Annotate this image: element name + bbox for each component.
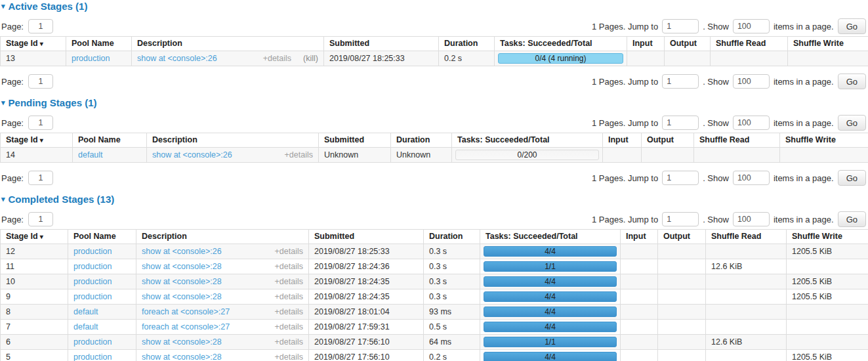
go-button[interactable]: Go bbox=[838, 115, 866, 131]
stage-description-link[interactable]: show at <console>:26 bbox=[142, 247, 222, 257]
col-header-shuffle-write[interactable]: Shuffle Write bbox=[780, 133, 868, 148]
col-header-tasks-succeeded-total[interactable]: Tasks: Succeeded/Total bbox=[452, 133, 603, 148]
col-header-stage-id[interactable]: Stage Id▾ bbox=[1, 230, 68, 244]
stages-table: Stage Id▾Pool NameDescriptionSubmittedDu… bbox=[0, 133, 868, 163]
collapse-caret-icon: ▾ bbox=[1, 3, 5, 10]
col-header-duration[interactable]: Duration bbox=[391, 133, 452, 148]
output-cell bbox=[658, 350, 706, 361]
stage-description-link[interactable]: show at <console>:28 bbox=[142, 262, 222, 272]
show-count-input[interactable] bbox=[733, 116, 770, 130]
go-button[interactable]: Go bbox=[838, 170, 866, 186]
jump-to-input[interactable] bbox=[662, 212, 699, 226]
details-toggle[interactable]: +details bbox=[275, 322, 303, 332]
show-count-input[interactable] bbox=[733, 212, 770, 226]
show-count-input[interactable] bbox=[733, 74, 770, 89]
show-count-input[interactable] bbox=[733, 171, 770, 185]
col-header-duration[interactable]: Duration bbox=[439, 37, 495, 51]
section-title[interactable]: ▾ Active Stages (1) bbox=[1, 1, 868, 11]
col-header-shuffle-read[interactable]: Shuffle Read bbox=[694, 133, 780, 148]
details-toggle[interactable]: +details bbox=[275, 292, 303, 302]
pool-name-link[interactable]: production bbox=[73, 292, 112, 301]
jump-to-input[interactable] bbox=[662, 74, 699, 89]
pool-name-link[interactable]: default bbox=[73, 307, 98, 316]
col-header-description[interactable]: Description bbox=[132, 37, 324, 51]
details-toggle[interactable]: +details bbox=[275, 352, 303, 361]
kill-link[interactable]: (kill) bbox=[303, 54, 318, 64]
page-number-input[interactable] bbox=[28, 171, 53, 185]
stage-description-link[interactable]: show at <console>:28 bbox=[142, 277, 222, 287]
details-toggle[interactable]: +details bbox=[275, 307, 303, 317]
details-toggle[interactable]: +details bbox=[263, 54, 291, 64]
details-toggle[interactable]: +details bbox=[275, 247, 303, 257]
input-cell bbox=[627, 51, 665, 66]
input-cell bbox=[621, 305, 658, 320]
pool-name-link[interactable]: production bbox=[73, 247, 112, 256]
col-header-output[interactable]: Output bbox=[658, 230, 706, 244]
col-header-description[interactable]: Description bbox=[147, 133, 319, 148]
col-header-description[interactable]: Description bbox=[136, 230, 309, 244]
go-button[interactable]: Go bbox=[838, 18, 866, 34]
tasks-progress-bar: 4/4 bbox=[484, 246, 617, 257]
stage-description-link[interactable]: show at <console>:28 bbox=[142, 292, 222, 302]
go-button[interactable]: Go bbox=[838, 74, 866, 89]
col-header-input[interactable]: Input bbox=[621, 230, 658, 244]
col-header-submitted[interactable]: Submitted bbox=[309, 230, 424, 244]
col-header-shuffle-read[interactable]: Shuffle Read bbox=[706, 230, 787, 244]
page-number-input[interactable] bbox=[28, 116, 53, 130]
col-header-output[interactable]: Output bbox=[642, 133, 694, 148]
pool-name-link[interactable]: production bbox=[73, 277, 112, 286]
output-cell bbox=[658, 274, 706, 289]
col-header-stage-id[interactable]: Stage Id▾ bbox=[1, 37, 66, 51]
col-header-input[interactable]: Input bbox=[603, 133, 642, 148]
stage-description-link[interactable]: show at <console>:26 bbox=[137, 54, 217, 64]
page-number-input[interactable] bbox=[28, 212, 53, 226]
page-number-input[interactable] bbox=[28, 74, 53, 89]
stage-description-link[interactable]: show at <console>:28 bbox=[142, 337, 222, 347]
duration-cell: 0.3 s bbox=[424, 259, 480, 274]
col-header-submitted[interactable]: Submitted bbox=[319, 133, 391, 148]
col-header-output[interactable]: Output bbox=[665, 37, 711, 51]
jump-to-input[interactable] bbox=[662, 19, 699, 33]
details-toggle[interactable]: +details bbox=[275, 277, 303, 287]
col-header-pool-name[interactable]: Pool Name bbox=[66, 37, 132, 51]
show-count-input[interactable] bbox=[733, 19, 770, 33]
col-header-shuffle-write[interactable]: Shuffle Write bbox=[788, 37, 868, 51]
pool-name-link[interactable]: default bbox=[78, 150, 103, 159]
go-button[interactable]: Go bbox=[838, 211, 866, 227]
stage-description-link[interactable]: foreach at <console>:27 bbox=[142, 307, 230, 317]
page-number-input[interactable] bbox=[28, 19, 53, 33]
stage-row: 11productionshow at <console>:28+details… bbox=[1, 259, 868, 274]
details-toggle[interactable]: +details bbox=[285, 150, 313, 160]
stage-description-link[interactable]: show at <console>:26 bbox=[152, 150, 232, 160]
col-header-pool-name[interactable]: Pool Name bbox=[73, 133, 147, 148]
pool-name-link[interactable]: production bbox=[73, 337, 112, 347]
pool-name-link[interactable]: production bbox=[72, 54, 110, 63]
stage-description-link[interactable]: show at <console>:28 bbox=[142, 352, 222, 361]
details-toggle[interactable]: +details bbox=[275, 337, 303, 347]
pool-name-link[interactable]: production bbox=[73, 352, 112, 361]
col-header-duration[interactable]: Duration bbox=[424, 230, 480, 244]
section-title[interactable]: ▾ Completed Stages (13) bbox=[1, 194, 868, 204]
pool-name-link[interactable]: production bbox=[73, 262, 112, 271]
details-toggle[interactable]: +details bbox=[275, 262, 303, 272]
col-header-pool-name[interactable]: Pool Name bbox=[68, 230, 136, 244]
col-header-shuffle-write[interactable]: Shuffle Write bbox=[787, 230, 868, 244]
jump-to-input[interactable] bbox=[662, 116, 699, 130]
col-header-input[interactable]: Input bbox=[627, 37, 665, 51]
jump-to-input[interactable] bbox=[662, 171, 699, 185]
show-text: . Show bbox=[703, 118, 729, 128]
pool-name-link[interactable]: default bbox=[73, 322, 98, 331]
col-header-submitted[interactable]: Submitted bbox=[324, 37, 439, 51]
submitted-cell: 2019/08/27 18:01:04 bbox=[309, 305, 424, 320]
col-header-shuffle-read[interactable]: Shuffle Read bbox=[711, 37, 788, 51]
collapse-caret-icon: ▾ bbox=[1, 196, 5, 203]
tasks-progress-bar: 4/4 bbox=[484, 352, 617, 361]
col-header-stage-id[interactable]: Stage Id▾ bbox=[1, 133, 73, 148]
section-title[interactable]: ▾ Pending Stages (1) bbox=[1, 98, 868, 108]
stage-id-cell: 6 bbox=[1, 335, 68, 350]
col-header-tasks-succeeded-total[interactable]: Tasks: Succeeded/Total bbox=[480, 230, 621, 244]
col-header-tasks-succeeded-total[interactable]: Tasks: Succeeded/Total bbox=[495, 37, 627, 51]
description-cell: show at <console>:28+details bbox=[136, 259, 309, 274]
stage-id-cell: 14 bbox=[1, 148, 73, 163]
stage-description-link[interactable]: foreach at <console>:27 bbox=[142, 322, 230, 332]
